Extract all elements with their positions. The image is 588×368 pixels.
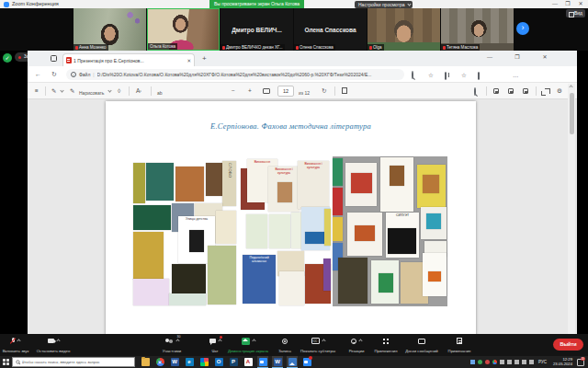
tray-record-icon[interactable] bbox=[485, 360, 490, 364]
read-aloud-icon[interactable]: Aᵌ bbox=[136, 86, 141, 97]
back-icon[interactable]: ← bbox=[35, 69, 41, 80]
start-button[interactable] bbox=[0, 356, 12, 368]
taskbar-app-chrome-icon[interactable] bbox=[154, 356, 165, 368]
taskbar-app-edge-icon[interactable]: e bbox=[184, 356, 195, 368]
taskbar-clock[interactable]: 12:2923.05.2024 bbox=[551, 358, 574, 367]
url-field[interactable]: i Файл | D:/Dis%20O.Kotova/О.Котова/О.Ко… bbox=[66, 69, 404, 80]
participant-tile-p1[interactable]: Анна Мозенко bbox=[74, 8, 146, 51]
notification-center-icon[interactable]: 20 bbox=[577, 359, 584, 366]
fullscreen-icon[interactable] bbox=[545, 88, 550, 94]
pen-icon[interactable]: ✎ bbox=[51, 86, 56, 96]
participants-chevron-icon[interactable] bbox=[175, 339, 179, 342]
tray-volume-icon[interactable] bbox=[529, 360, 534, 364]
taskbar-app-zoom-2-icon[interactable] bbox=[301, 356, 312, 368]
text-tool-icon[interactable]: ab bbox=[157, 88, 163, 98]
taskbar-app-word-icon[interactable]: W bbox=[169, 356, 180, 368]
minimize-button[interactable]: — bbox=[549, 0, 560, 8]
tray-display-icon[interactable] bbox=[522, 360, 526, 364]
zoom-in-icon[interactable]: + bbox=[248, 86, 252, 96]
tray-shield-icon[interactable] bbox=[478, 360, 482, 364]
share-chevron-icon[interactable] bbox=[252, 339, 255, 342]
browser-minimize-button[interactable]: — bbox=[484, 52, 495, 63]
book-cover: Педагогічний альманах bbox=[243, 255, 276, 304]
tray-battery-icon[interactable] bbox=[500, 360, 504, 364]
fit-page-icon[interactable] bbox=[263, 88, 270, 94]
participant-tile-p6[interactable]: Тетяна Маслова bbox=[441, 8, 514, 51]
browser-close-button[interactable]: ✕ bbox=[539, 52, 550, 63]
participant-tile-p5[interactable]: Olga bbox=[368, 8, 440, 51]
split-screen-icon[interactable] bbox=[445, 72, 447, 80]
participant-tile-p2[interactable]: Ольга Котова bbox=[147, 8, 220, 51]
page-number-input[interactable]: 12 bbox=[277, 86, 294, 97]
taskbar-search-input[interactable]: Чтобы начать поиск, введите здесь запрос bbox=[12, 357, 135, 367]
tray-usb-icon[interactable] bbox=[507, 360, 512, 364]
taskbar-app-explorer-icon[interactable] bbox=[140, 356, 151, 368]
leave-meeting-button[interactable]: Выйти bbox=[553, 339, 583, 351]
taskbar-app-photos-2-icon[interactable] bbox=[287, 356, 298, 368]
favorites-star-icon[interactable]: ☆ bbox=[428, 71, 434, 79]
page-view-icon[interactable] bbox=[342, 87, 347, 94]
pen-chevron-icon[interactable] bbox=[60, 88, 63, 92]
photos-glyph bbox=[200, 358, 209, 366]
view-settings-button[interactable]: Настройки просмотра bbox=[355, 1, 413, 8]
tray-onedrive-icon[interactable] bbox=[470, 360, 475, 364]
new-tab-button[interactable]: + bbox=[202, 53, 207, 64]
taskbar-app-zoom-icon[interactable] bbox=[257, 356, 268, 368]
maximize-button[interactable]: ❐ bbox=[562, 0, 573, 8]
meeting-control-notes[interactable]: Примечания bbox=[443, 336, 476, 354]
search-document-icon[interactable] bbox=[474, 87, 476, 97]
rotate-icon[interactable]: ↻ bbox=[322, 86, 326, 96]
info-icon[interactable]: i bbox=[71, 72, 76, 77]
green-status-icon[interactable]: ✓ bbox=[3, 53, 12, 63]
taskbar-app-publisher-icon[interactable]: P bbox=[228, 356, 239, 368]
taskbar-app-photos-icon[interactable] bbox=[198, 356, 209, 368]
video-icon-wrap bbox=[48, 337, 60, 345]
zoom-out-icon[interactable]: − bbox=[232, 86, 235, 96]
participant-tile-p4[interactable]: Олена СпассковаОлена Спасскова bbox=[294, 8, 367, 51]
taskbar-app-acrobat-icon[interactable]: A bbox=[243, 356, 254, 368]
reload-icon[interactable]: ↻ bbox=[51, 69, 57, 80]
save-icon[interactable] bbox=[508, 88, 514, 94]
extensions-icon[interactable] bbox=[478, 72, 480, 80]
collections-icon[interactable]: ☆ bbox=[461, 71, 467, 79]
meeting-control-whiteboards[interactable]: Доски сообщений bbox=[401, 336, 443, 354]
toc-icon[interactable]: ≡ bbox=[35, 86, 39, 96]
tab-switcher-icon[interactable] bbox=[51, 55, 57, 62]
zoom-page-icon[interactable] bbox=[412, 71, 413, 79]
reactions-chevron-icon[interactable] bbox=[358, 339, 362, 342]
settings-gear-icon[interactable]: ⚙ bbox=[557, 86, 562, 96]
scrollbar[interactable] bbox=[568, 84, 575, 334]
language-indicator[interactable]: РУС bbox=[537, 360, 548, 364]
more-menu-icon[interactable]: … bbox=[513, 71, 519, 79]
taskbar-app-word-2-icon[interactable]: W bbox=[272, 356, 283, 368]
draw-label[interactable]: Нарисовать bbox=[79, 88, 104, 98]
scroll-up-icon[interactable] bbox=[569, 85, 572, 88]
meeting-control-reactions[interactable]: Реакции bbox=[342, 336, 371, 354]
tray-chrome-icon[interactable] bbox=[492, 360, 497, 364]
meeting-control-apps[interactable]: Приложения bbox=[369, 336, 402, 354]
video-chevron-icon[interactable] bbox=[56, 339, 60, 342]
draw-chevron-icon[interactable] bbox=[107, 88, 111, 92]
tab-close-icon[interactable]: ✕ bbox=[187, 58, 191, 63]
meeting-control-participants[interactable]: 30Участники bbox=[150, 336, 194, 354]
taskbar-app-outlook-icon[interactable]: O bbox=[213, 356, 224, 368]
scrollbar-thumb[interactable] bbox=[570, 93, 574, 134]
participant-tile-p3[interactable]: Дмитро ВЕЛИЧ...Дмитро ВЕЛИЧКО декан ХГ..… bbox=[220, 8, 293, 51]
save-as-icon[interactable] bbox=[523, 88, 528, 94]
view-button[interactable]: Вид bbox=[566, 9, 585, 17]
meeting-control-mute[interactable]: Включить звук bbox=[0, 336, 31, 354]
print-icon[interactable] bbox=[493, 88, 499, 94]
apps-icon bbox=[383, 339, 389, 344]
meeting-control-captions[interactable]: Показать субтитры bbox=[294, 336, 342, 354]
book-cover-title: СИЛУЭТ bbox=[386, 213, 419, 218]
tray-mic-icon[interactable] bbox=[514, 360, 519, 364]
browser-maximize-button[interactable]: ❐ bbox=[512, 52, 523, 63]
eraser-icon[interactable]: ◊ bbox=[118, 86, 120, 96]
close-button[interactable]: ✕ bbox=[575, 0, 586, 8]
captions-chevron-icon[interactable] bbox=[322, 339, 325, 342]
meeting-control-video[interactable]: Остановить видео bbox=[28, 336, 79, 354]
mute-chevron-icon[interactable] bbox=[17, 339, 20, 342]
next-participants-button[interactable]: › bbox=[516, 22, 529, 35]
browser-tab[interactable]: 1 Презентація про Е.Серпіонов... ✕ bbox=[62, 53, 195, 66]
highlighter-icon[interactable]: ✎ bbox=[70, 86, 74, 96]
